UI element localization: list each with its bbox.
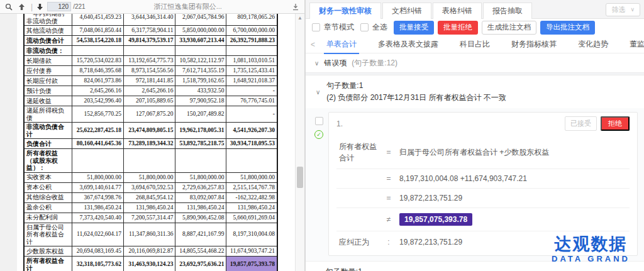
formula-operator: = <box>380 136 397 169</box>
page-number-input[interactable] <box>47 2 71 11</box>
row-label: 流动负债合计 <box>24 36 72 46</box>
chevron-left-icon[interactable]: < <box>311 40 315 49</box>
value-cell <box>226 46 277 56</box>
row-label: 归属于母公司所有者权益合计 <box>24 223 72 246</box>
value-cell <box>123 149 175 173</box>
module-tab-bar: 财务一致性审核 文档纠错 表格纠错 报告抽取 筛选 ∨ <box>306 0 644 19</box>
batch-action-bar: 章节模式 全选 批量接受 批量拒绝 生成批注文档 导出批注文档 <box>306 19 644 36</box>
value-cell: 3,699,140,614.77 <box>72 182 123 192</box>
batch-accept-button[interactable]: 批量接受 <box>394 21 434 35</box>
error-index-label: 1. <box>336 119 343 128</box>
chevron-down-icon: ∨ <box>316 89 320 103</box>
tab-document-correction[interactable]: 文档纠错 <box>382 3 431 19</box>
select-all-checkbox[interactable] <box>360 23 369 31</box>
formula-row: 应纠正为:19,872,213,751.29 <box>336 231 630 253</box>
chevron-down-icon: ∨ <box>630 6 635 13</box>
value-cell: 7,200,557,314.47 <box>123 213 175 223</box>
row-label: 所有者权益合计 <box>24 257 72 271</box>
tab-report-extraction[interactable]: 报告抽取 <box>483 3 532 19</box>
download-icon[interactable] <box>291 2 301 12</box>
accepted-button[interactable]: 已接受 <box>565 116 597 131</box>
value-cell: 7,612,714,355.19 <box>175 66 226 76</box>
value-cell: 1,648,921,018.37 <box>226 76 277 86</box>
value-cell: 150,207,489.82 <box>175 106 226 123</box>
error-item-checkbox[interactable] <box>315 117 323 125</box>
subtab-multi-table-disclosure[interactable]: 多表格及表文披露 <box>372 35 445 54</box>
subtab-trend[interactable]: 变化趋势 <box>572 35 614 54</box>
table-row: 一年内到期的非流动负债4,640,451,459.233,644,346,314… <box>24 14 277 26</box>
row-label: 实收资本 <box>24 172 72 182</box>
table-row: 归属于母公司所有者权益合计11,624,022,604.1711,347,860… <box>24 223 277 246</box>
error-group-header[interactable]: ∨ 错误项 (句子数量:12) <box>306 53 644 72</box>
table-row: 预计负债2,645,266.162,645,266.16433,932.50- <box>24 86 277 96</box>
search-icon[interactable] <box>4 2 14 12</box>
subtab-executives[interactable]: 董监高人员 <box>623 35 644 54</box>
item-sentence-count: 句子数量:1 <box>326 266 489 271</box>
row-label: 未分配利润 <box>24 213 72 223</box>
pdf-page-area: 一年内到期的非流动负债4,640,451,459.233,644,346,314… <box>0 14 304 271</box>
formula-value: 8,197,310,004.08 +11,674,903,747.21 <box>397 169 630 189</box>
export-annotated-doc-button[interactable]: 导出批注文档 <box>540 21 595 35</box>
table-row: 资本公积3,699,140,614.773,694,670,592.532,72… <box>24 182 277 192</box>
reject-button[interactable]: 拒绝 <box>601 116 630 131</box>
formula-operator: : <box>380 231 397 253</box>
error-group-count: (句子数量:12) <box>352 58 397 69</box>
error-sentence-count: 句子数量:1 <box>326 80 506 92</box>
audit-content: ∨ 错误项 (句子数量:12) ∨ 句子数量:1 (2) 负债部分 2017年1… <box>306 53 644 271</box>
value-cell: - <box>226 106 277 123</box>
value-cell <box>72 149 123 173</box>
table-row: 非流动负债： <box>24 46 277 56</box>
value-cell: - <box>226 86 277 96</box>
batch-reject-button[interactable]: 批量拒绝 <box>438 21 478 35</box>
subtab-single-table-total[interactable]: 单表合计 <box>320 35 363 54</box>
subtab-financial-indicator[interactable]: 财务指标核算 <box>505 35 563 54</box>
formula-operator: ≠ <box>380 208 397 231</box>
mismatch-value-pill: 19,857,075,393.78 <box>399 213 472 226</box>
value-cell: 54,538,154,220.18 <box>72 36 123 46</box>
value-cell: 4,640,451,459.23 <box>72 14 123 26</box>
scrollbar-up-arrow[interactable]: ▲ <box>297 15 303 21</box>
value-cell: 26,392,791,888.23 <box>226 36 277 46</box>
tab-table-correction[interactable]: 表格纠错 <box>433 3 482 19</box>
value-cell: 203,542,996.40 <box>72 96 123 106</box>
table-row: 其他综合收益367,674,998.76268,845,954.1283,092… <box>24 192 277 202</box>
row-label: 盈余公积 <box>24 202 72 213</box>
formula-operator: = <box>380 169 397 189</box>
arrow-down-icon[interactable] <box>35 2 45 12</box>
subtab-account-ratio[interactable]: 科目占比 <box>453 35 496 54</box>
value-cell: 7,373,420,540.40 <box>72 213 123 223</box>
row-label: 长期应付款 <box>24 76 72 86</box>
value-cell: 23,474,809,805.15 <box>123 123 175 139</box>
value-cell: 19,962,178,005.31 <box>175 123 226 139</box>
table-row: 负债合计80,160,441,645.3673,289,189,344.3253… <box>24 139 277 149</box>
error-list-item[interactable]: >句子数量:12、合并利润表 2017年度 二、营业总成本 不一致 <box>306 261 644 271</box>
formula-value: 19,872,213,751.29 <box>397 189 630 208</box>
row-label: 资本公积 <box>24 182 72 192</box>
formula-value: 19,872,213,751.29 <box>397 231 630 253</box>
value-cell: 972,181,441.85 <box>123 76 175 86</box>
formula-row: ≠19,857,075,393.78 <box>336 208 630 231</box>
value-cell <box>175 149 226 173</box>
generate-annotated-doc-button[interactable]: 生成批注文档 <box>482 21 536 35</box>
value-cell: 49,814,379,539.17 <box>123 36 175 46</box>
chapter-mode-checkbox[interactable] <box>312 23 320 31</box>
error-item-header[interactable]: ∨ 句子数量:1 (2) 负债部分 2017年12月31日 所有者权益合计 不一… <box>306 75 644 108</box>
scrollbar-thumb[interactable] <box>297 167 303 188</box>
highlighted-cell: 19,857,075,393.78 <box>226 257 277 271</box>
value-cell: 15,720,534,022.83 <box>72 56 123 66</box>
more-error-items: >句子数量:12、合并利润表 2017年度 二、营业总成本 不一致>句子数量:1… <box>306 261 644 271</box>
tab-financial-consistency[interactable]: 财务一致性审核 <box>309 3 381 19</box>
arrow-up-icon[interactable] <box>16 2 26 12</box>
pdf-scrollbar[interactable]: ▲ <box>295 14 304 271</box>
value-cell: 4,541,926,207.30 <box>226 123 277 139</box>
table-row: 盈余公积131,986,450.24131,986,450.24131,986,… <box>24 202 277 213</box>
value-cell: 8,718,646,395.68 <box>72 66 123 76</box>
formula-operator: = <box>380 189 397 208</box>
page-total-label: /221 <box>73 3 85 10</box>
error-detail-card: 1. 已接受 拒绝 所有者权益合计=归属于母公司所有者权益合计 +少数股东权益=… <box>328 112 638 256</box>
value-cell: 5,850,000,000.00 <box>175 26 226 36</box>
value-cell: 6,700,000,000.00 <box>226 26 277 36</box>
toolbar-divider: | <box>31 3 33 11</box>
filter-dropdown[interactable]: 筛选 ∨ <box>606 3 640 16</box>
pdf-page: 一年内到期的非流动负债4,640,451,459.233,644,346,314… <box>17 14 295 271</box>
